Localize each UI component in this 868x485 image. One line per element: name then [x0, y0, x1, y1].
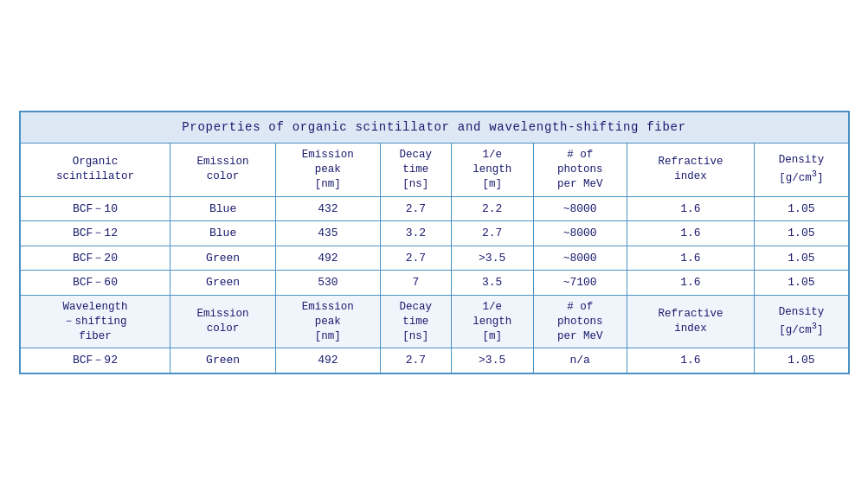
- cell-decay: 7: [381, 271, 452, 296]
- cell-name: BCF－20: [20, 246, 170, 271]
- cell-color: Green: [170, 271, 275, 296]
- wls-header-col7: Refractiveindex: [627, 295, 755, 348]
- header-row: Organicscintillator Emissioncolor Emissi…: [20, 143, 848, 196]
- wls-header-col2: Emissioncolor: [170, 295, 275, 348]
- cell-refractive: 1.6: [627, 271, 755, 296]
- cell-photons: ~8000: [533, 196, 627, 221]
- cell-density: 1.05: [755, 271, 848, 296]
- wls-header-col3: Emissionpeak[nm]: [275, 295, 380, 348]
- cell-peak: 492: [275, 348, 380, 373]
- table-row: BCF－12 Blue 435 3.2 2.7 ~8000 1.6 1.05: [20, 221, 848, 246]
- cell-density: 1.05: [755, 348, 848, 373]
- cell-refractive: 1.6: [627, 348, 755, 373]
- cell-color: Blue: [170, 221, 275, 246]
- cell-photons: n/a: [533, 348, 627, 373]
- wls-header-row: Wavelength－shiftingfiber Emissioncolor E…: [20, 295, 848, 348]
- cell-color: Green: [170, 348, 275, 373]
- wls-label: Wavelength－shiftingfiber: [20, 295, 170, 348]
- cell-decay: 3.2: [381, 221, 452, 246]
- cell-color: Green: [170, 246, 275, 271]
- header-col6: # ofphotonsper MeV: [533, 143, 627, 196]
- cell-decay: 2.7: [381, 246, 452, 271]
- properties-table: Properties of organic scintillator and w…: [19, 111, 850, 374]
- cell-photons: ~8000: [533, 221, 627, 246]
- title-row: Properties of organic scintillator and w…: [20, 112, 848, 144]
- cell-name: BCF－12: [20, 221, 170, 246]
- cell-name: BCF－60: [20, 271, 170, 296]
- cell-peak: 530: [275, 271, 380, 296]
- header-col2: Emissioncolor: [170, 143, 275, 196]
- header-col5: 1/elength[m]: [451, 143, 533, 196]
- cell-decay: 2.7: [381, 196, 452, 221]
- wls-header-col5: 1/elength[m]: [451, 295, 533, 348]
- cell-length: 2.2: [451, 196, 533, 221]
- header-col8: Density[g/cm3]: [755, 143, 848, 196]
- header-col1: Organicscintillator: [20, 143, 170, 196]
- table-row: BCF－10 Blue 432 2.7 2.2 ~8000 1.6 1.05: [20, 196, 848, 221]
- cell-density: 1.05: [755, 196, 848, 221]
- cell-length: >3.5: [451, 348, 533, 373]
- cell-photons: ~8000: [533, 246, 627, 271]
- cell-density: 1.05: [755, 221, 848, 246]
- cell-refractive: 1.6: [627, 246, 755, 271]
- table-row: BCF－20 Green 492 2.7 >3.5 ~8000 1.6 1.05: [20, 246, 848, 271]
- cell-length: >3.5: [451, 246, 533, 271]
- table-row: BCF－60 Green 530 7 3.5 ~7100 1.6 1.05: [20, 271, 848, 296]
- cell-name: BCF－92: [20, 348, 170, 373]
- wls-header-col8: Density[g/cm3]: [755, 295, 848, 348]
- cell-peak: 492: [275, 246, 380, 271]
- cell-peak: 432: [275, 196, 380, 221]
- header-col3: Emissionpeak[nm]: [275, 143, 380, 196]
- cell-decay: 2.7: [381, 348, 452, 373]
- table-title: Properties of organic scintillator and w…: [20, 112, 848, 144]
- table-row: BCF－92 Green 492 2.7 >3.5 n/a 1.6 1.05: [20, 348, 848, 373]
- cell-refractive: 1.6: [627, 196, 755, 221]
- cell-peak: 435: [275, 221, 380, 246]
- wls-header-col4: Decaytime[ns]: [381, 295, 452, 348]
- wls-header-col6: # ofphotonsper MeV: [533, 295, 627, 348]
- cell-color: Blue: [170, 196, 275, 221]
- header-col4: Decaytime[ns]: [381, 143, 452, 196]
- header-col7: Refractiveindex: [627, 143, 755, 196]
- cell-density: 1.05: [755, 246, 848, 271]
- cell-name: BCF－10: [20, 196, 170, 221]
- cell-length: 2.7: [451, 221, 533, 246]
- cell-photons: ~7100: [533, 271, 627, 296]
- cell-length: 3.5: [451, 271, 533, 296]
- cell-refractive: 1.6: [627, 221, 755, 246]
